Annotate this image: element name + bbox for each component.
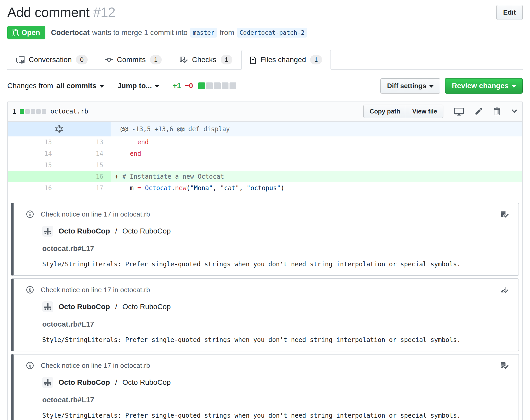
file-menu-button[interactable]: [511, 107, 517, 116]
check-notice: Check notice on line 17 in octocat.rb Oc…: [11, 278, 519, 351]
tab-counter: 1: [221, 55, 232, 64]
head-branch-label[interactable]: Codertocat-patch-2: [237, 28, 307, 38]
edit-button[interactable]: Edit: [496, 5, 523, 20]
app-name-link[interactable]: Octo RuboCop: [58, 378, 110, 387]
from-text: from: [220, 28, 234, 37]
tab-conversation[interactable]: Conversation 0: [7, 50, 97, 70]
code-line: end: [111, 148, 522, 159]
git-commit-icon: [105, 56, 113, 64]
new-line-number[interactable]: 13: [59, 136, 111, 148]
old-line-number[interactable]: 15: [8, 159, 59, 171]
caret-down-icon: [429, 85, 433, 88]
diffstat: +1 −0: [173, 82, 236, 90]
jump-to-dropdown[interactable]: Jump to...: [117, 82, 159, 90]
device-desktop-icon: [454, 107, 464, 116]
checklist-icon: [179, 56, 188, 64]
review-changes-button[interactable]: Review changes: [445, 78, 523, 94]
expand-hunk-button[interactable]: [8, 122, 111, 136]
pr-title-text: Add comment: [7, 5, 89, 20]
diff-row-addition: 16 + # Instantiate a new Octocat: [8, 171, 522, 182]
info-icon: [26, 286, 34, 294]
info-icon: [26, 210, 34, 218]
notice-title: Check notice on line 17 in octocat.rb: [41, 286, 150, 294]
code-line: [111, 159, 522, 171]
avatar: [42, 301, 53, 312]
check-annotations: Check notice on line 17 in octocat.rb Oc…: [8, 194, 522, 420]
pr-meta: Open Codertocat wants to merge 1 commit …: [7, 26, 523, 39]
file-name-link[interactable]: octocat.rb: [50, 108, 88, 115]
tab-counter: 1: [150, 55, 162, 64]
diff-row: 16 17 m = Octocat.new("Mona", "cat", "oc…: [8, 182, 522, 194]
file-button-group: Copy path View file: [363, 105, 443, 118]
author-link[interactable]: Codertocat: [51, 28, 90, 37]
hunk-header-row: @@ -13,5 +13,6 @@ def display: [8, 122, 522, 136]
avatar: [42, 226, 53, 237]
diff-row: 14 14 end: [8, 148, 522, 159]
base-branch-label[interactable]: master: [190, 28, 217, 38]
tab-counter: 0: [76, 55, 88, 64]
caret-down-icon: [155, 85, 159, 88]
app-name-link[interactable]: Octo RuboCop: [58, 227, 110, 235]
notice-title: Check notice on line 17 in octocat.rb: [41, 210, 150, 218]
edit-file-button[interactable]: [475, 107, 483, 116]
check-context: Octo RuboCop: [122, 303, 171, 311]
annotation-file-ref: octocat.rb#L17: [42, 244, 508, 253]
file-changes-count: 1: [13, 107, 16, 116]
new-line-number[interactable]: 15: [59, 159, 111, 171]
diff-row: 13 13 end: [8, 136, 522, 148]
notice-header: Check notice on line 17 in octocat.rb: [26, 210, 508, 218]
notice-body: Octo RuboCop / Octo RuboCop octocat.rb#L…: [42, 301, 508, 344]
tab-label: Files changed: [261, 56, 306, 64]
pr-header: Add comment #12 Edit: [7, 5, 523, 20]
avatar: [42, 377, 53, 388]
tab-commits[interactable]: Commits 1: [97, 50, 171, 70]
tab-files-changed[interactable]: Files changed 1: [241, 50, 331, 70]
notice-title: Check notice on line 17 in octocat.rb: [41, 362, 150, 370]
new-line-number[interactable]: 14: [59, 148, 111, 159]
notice-header: Check notice on line 17 in octocat.rb: [26, 361, 508, 370]
old-line-number[interactable]: 14: [8, 148, 59, 159]
pencil-icon: [475, 107, 483, 116]
file-diff-container: 1 octocat.rb Copy path View file @@ -1: [7, 101, 523, 420]
old-line-number[interactable]: 13: [8, 136, 59, 148]
merge-text: wants to merge 1 commit into: [92, 28, 188, 37]
unfold-icon: [55, 125, 63, 134]
annotation-file-ref: octocat.rb#L17: [42, 396, 508, 404]
page-title: Add comment #12: [7, 5, 116, 20]
file-diff-icon: [250, 56, 256, 64]
new-line-number[interactable]: 17: [59, 182, 111, 194]
annotation-message: Style/StringLiterals: Prefer single-quot…: [42, 412, 508, 419]
diff-settings-label: Diff settings: [387, 82, 426, 90]
git-pull-request-icon: [13, 28, 19, 37]
new-line-number[interactable]: 16: [59, 171, 111, 182]
delete-file-button[interactable]: [493, 107, 500, 116]
diff-row: 15 15: [8, 159, 522, 171]
tab-label: Checks: [192, 56, 216, 64]
tab-counter: 1: [310, 55, 322, 64]
diff-toolbar: Changes from all commits Jump to... +1 −…: [7, 78, 523, 94]
trash-icon: [493, 107, 500, 116]
hunk-header-text: @@ -13,5 +13,6 @@ def display: [111, 122, 522, 136]
old-line-number[interactable]: 16: [8, 182, 59, 194]
check-notice: Check notice on line 17 in octocat.rb Oc…: [11, 354, 519, 420]
diff-settings-button[interactable]: Diff settings: [380, 78, 440, 94]
changes-from-value: all commits: [56, 82, 97, 90]
app-name-link[interactable]: Octo RuboCop: [58, 303, 110, 311]
rich-diff-button[interactable]: [454, 107, 464, 116]
copy-path-button[interactable]: Copy path: [363, 105, 406, 118]
changes-from-label: Changes from: [7, 82, 53, 90]
caret-down-icon: [100, 85, 104, 88]
view-file-button[interactable]: View file: [406, 105, 443, 118]
checklist-icon: [500, 210, 509, 219]
chevron-down-icon: [511, 107, 517, 116]
tab-label: Conversation: [29, 56, 72, 64]
pr-number: #12: [93, 5, 115, 20]
code-line: end: [111, 136, 522, 148]
deletions-count: −0: [185, 82, 193, 90]
old-line-number[interactable]: [8, 171, 59, 182]
annotation-message: Style/StringLiterals: Prefer single-quot…: [42, 336, 508, 344]
comment-discussion-icon: [16, 56, 25, 64]
tab-checks[interactable]: Checks 1: [171, 50, 241, 70]
annotation-message: Style/StringLiterals: Prefer single-quot…: [42, 261, 508, 268]
changes-from-dropdown[interactable]: Changes from all commits: [7, 82, 104, 90]
